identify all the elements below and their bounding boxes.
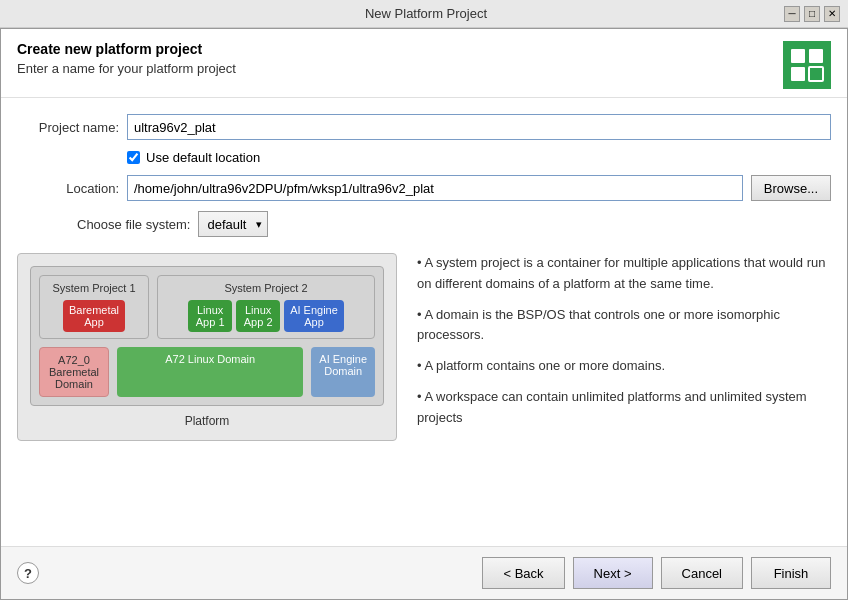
dialog: Create new platform project Enter a name… xyxy=(0,28,848,600)
dialog-header-text: Create new platform project Enter a name… xyxy=(17,41,236,76)
default-location-row: Use default location xyxy=(127,150,831,165)
sys-project-1-title: System Project 1 xyxy=(46,282,142,294)
title-bar: New Platform Project ─ □ ✕ xyxy=(0,0,848,28)
location-row: Location: Browse... xyxy=(17,175,831,201)
platform-diagram: System Project 1 BaremetalApp System Pro… xyxy=(17,253,397,441)
dialog-subheading: Enter a name for your platform project xyxy=(17,61,236,76)
linux-domain-box: A72 Linux Domain xyxy=(117,347,303,397)
platform-diagram-label: Platform xyxy=(30,414,384,428)
projects-row: System Project 1 BaremetalApp System Pro… xyxy=(39,275,375,339)
baremetal-domain-box: A72_0BaremetalDomain xyxy=(39,347,109,397)
project-name-label: Project name: xyxy=(17,120,127,135)
sys-project-1-apps: BaremetalApp xyxy=(46,300,142,332)
next-button[interactable]: Next > xyxy=(573,557,653,589)
ai-engine-domain-box: AI EngineDomain xyxy=(311,347,375,397)
footer-left: ? xyxy=(17,562,39,584)
info-text: • A system project is a container for mu… xyxy=(417,253,831,441)
browse-button[interactable]: Browse... xyxy=(751,175,831,201)
info-bullet-2: • A domain is the BSP/OS that controls o… xyxy=(417,305,831,347)
linux-app2-box: LinuxApp 2 xyxy=(236,300,280,332)
ai-engine-app-box: AI EngineApp xyxy=(284,300,344,332)
platform-outer-box: System Project 1 BaremetalApp System Pro… xyxy=(30,266,384,406)
footer-right: < Back Next > Cancel Finish xyxy=(482,557,831,589)
domains-row: A72_0BaremetalDomain A72 Linux Domain AI… xyxy=(39,347,375,397)
dialog-content: Project name: Use default location Locat… xyxy=(1,98,847,546)
system-project-2: System Project 2 LinuxApp 1 LinuxApp 2 A… xyxy=(157,275,375,339)
svg-rect-0 xyxy=(791,49,805,63)
svg-rect-1 xyxy=(791,67,805,81)
filesystem-select-wrapper: default xyxy=(198,211,268,237)
minimize-button[interactable]: ─ xyxy=(784,6,800,22)
sys-project-2-apps: LinuxApp 1 LinuxApp 2 AI EngineApp xyxy=(164,300,368,332)
dialog-footer: ? < Back Next > Cancel Finish xyxy=(1,546,847,599)
location-label: Location: xyxy=(17,181,127,196)
maximize-button[interactable]: □ xyxy=(804,6,820,22)
close-button[interactable]: ✕ xyxy=(824,6,840,22)
finish-button[interactable]: Finish xyxy=(751,557,831,589)
platform-icon xyxy=(783,41,831,89)
sys-project-2-title: System Project 2 xyxy=(164,282,368,294)
svg-rect-3 xyxy=(809,67,823,81)
info-bullet-1: • A system project is a container for mu… xyxy=(417,253,831,295)
linux-app1-box: LinuxApp 1 xyxy=(188,300,232,332)
filesystem-select[interactable]: default xyxy=(198,211,268,237)
filesystem-row: Choose file system: default xyxy=(77,211,831,237)
svg-rect-2 xyxy=(809,49,823,63)
info-bullet-3: • A platform contains one or more domain… xyxy=(417,356,831,377)
platform-svg-icon xyxy=(789,47,825,83)
title-bar-controls: ─ □ ✕ xyxy=(784,6,840,22)
system-project-1: System Project 1 BaremetalApp xyxy=(39,275,149,339)
baremetal-app-box: BaremetalApp xyxy=(63,300,125,332)
help-button[interactable]: ? xyxy=(17,562,39,584)
filesystem-label: Choose file system: xyxy=(77,217,190,232)
diagram-info-section: System Project 1 BaremetalApp System Pro… xyxy=(17,253,831,441)
use-default-location-checkbox[interactable] xyxy=(127,151,140,164)
dialog-header: Create new platform project Enter a name… xyxy=(1,29,847,98)
back-button[interactable]: < Back xyxy=(482,557,564,589)
title-bar-title: New Platform Project xyxy=(68,6,784,21)
location-input[interactable] xyxy=(127,175,743,201)
info-bullet-4: • A workspace can contain unlimited plat… xyxy=(417,387,831,429)
cancel-button[interactable]: Cancel xyxy=(661,557,743,589)
project-name-row: Project name: xyxy=(17,114,831,140)
project-name-input[interactable] xyxy=(127,114,831,140)
use-default-location-label: Use default location xyxy=(146,150,260,165)
dialog-heading: Create new platform project xyxy=(17,41,236,57)
